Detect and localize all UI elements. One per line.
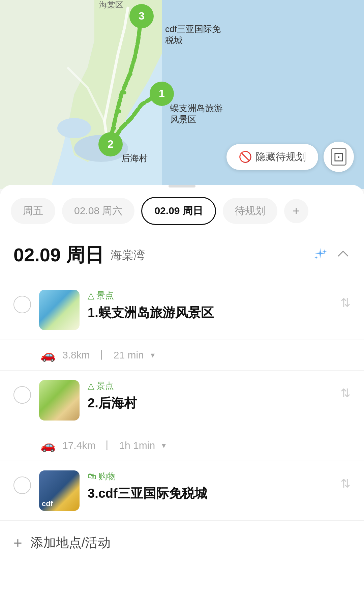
item-2-name: 2.后海村: [88, 395, 332, 412]
shop-icon: 🛍: [88, 471, 96, 482]
svg-text:海棠区: 海棠区: [99, 0, 123, 9]
svg-text:后海村: 后海村: [121, 153, 148, 163]
item-3-category: 🛍 购物: [88, 470, 332, 482]
svg-text:税城: 税城: [165, 35, 183, 45]
hide-plan-button[interactable]: 🚫 隐藏待规划: [226, 144, 318, 170]
item-2-content: △ 景点 2.后海村: [88, 380, 332, 412]
svg-text:1: 1: [159, 87, 165, 99]
scenic-icon-2: △: [88, 381, 94, 391]
item-3-checkbox[interactable]: [13, 476, 31, 494]
route-duration-2: 1h 1min: [119, 440, 155, 451]
map-container: 3 cdf三亚国际免 税城 1 蜈支洲岛旅游 风景区 2 后海村 海棠区 🚫 隐…: [0, 0, 364, 189]
svg-point-3: [57, 118, 91, 138]
svg-text:3: 3: [139, 10, 145, 22]
item-3-drag[interactable]: ⇅: [340, 476, 351, 491]
itinerary-item-3: 🛍 购物 3.cdf三亚国际免税城 ⇅: [0, 461, 364, 521]
svg-point-7: [129, 73, 132, 76]
route-duration-1: 21 min: [114, 349, 144, 361]
svg-text:蜈支洲岛旅游: 蜈支洲岛旅游: [170, 103, 223, 113]
route-distance-1: 3.8km: [62, 349, 90, 361]
tab-sun[interactable]: 02.09 周日: [141, 197, 216, 225]
item-1-checkbox[interactable]: [13, 296, 31, 313]
item-3-name: 3.cdf三亚国际免税城: [88, 485, 332, 502]
item-1-content: △ 景点 1.蜈支洲岛旅游风景区: [88, 290, 332, 321]
item-2-drag[interactable]: ⇅: [340, 386, 351, 400]
scan-icon: ⊡: [331, 148, 346, 166]
date-text: 02.09 周日: [13, 242, 104, 268]
svg-point-5: [136, 35, 140, 39]
scan-button[interactable]: ⊡: [324, 142, 354, 172]
item-1-name: 1.蜈支洲岛旅游风景区: [88, 304, 332, 321]
route-1-expand[interactable]: ▾: [151, 350, 155, 360]
drag-handle[interactable]: [169, 185, 195, 187]
itinerary-item-2: △ 景点 2.后海村 ⇅: [0, 371, 364, 430]
svg-text:cdf三亚国际免: cdf三亚国际免: [165, 24, 221, 34]
route-2-3: 🚗 17.4km 丨 1h 1min ▾: [0, 430, 364, 461]
date-header: 02.09 周日 海棠湾: [0, 236, 364, 280]
car-icon-1: 🚗: [40, 348, 56, 362]
collapse-button[interactable]: [336, 247, 351, 264]
tabs-container: 周五 02.08 周六 02.09 周日 待规划 +: [0, 197, 364, 236]
heart-slash-icon: 🚫: [239, 150, 252, 163]
bottom-panel: 周五 02.08 周六 02.09 周日 待规划 + 02.09 周日 海棠湾: [0, 185, 364, 607]
svg-point-9: [118, 110, 121, 113]
hide-plan-label: 隐藏待规划: [255, 150, 306, 164]
add-location-button[interactable]: + 添加地点/活动: [0, 521, 364, 565]
svg-point-10: [113, 126, 116, 130]
svg-text:2: 2: [108, 138, 114, 150]
add-text: 添加地点/活动: [30, 534, 111, 551]
date-title: 02.09 周日 海棠湾: [13, 242, 145, 268]
item-3-content: 🛍 购物 3.cdf三亚国际免税城: [88, 470, 332, 502]
route-distance-2: 17.4km: [62, 440, 95, 451]
sparkle-button[interactable]: [313, 247, 328, 264]
map-overlay-buttons: 🚫 隐藏待规划 ⊡: [226, 142, 354, 172]
item-3-image: [39, 470, 80, 511]
route-sep-2: 丨: [102, 439, 112, 453]
item-1-drag[interactable]: ⇅: [340, 296, 351, 310]
tab-sat[interactable]: 02.08 周六: [62, 198, 134, 224]
item-2-image: [39, 380, 80, 421]
scenic-icon-1: △: [88, 290, 94, 301]
itinerary-item-1: △ 景点 1.蜈支洲岛旅游风景区 ⇅: [0, 280, 364, 340]
item-1-category: △ 景点: [88, 290, 332, 301]
car-icon-2: 🚗: [40, 438, 56, 453]
item-1-image: [39, 290, 80, 330]
tab-add-button[interactable]: +: [284, 199, 308, 223]
svg-point-8: [123, 91, 126, 94]
location-tag: 海棠湾: [111, 248, 145, 263]
svg-text:风景区: 风景区: [170, 114, 196, 124]
date-actions: [313, 247, 351, 264]
add-icon: +: [13, 534, 22, 551]
route-1-2: 🚗 3.8km 丨 21 min ▾: [0, 340, 364, 371]
tab-pending[interactable]: 待规划: [223, 198, 277, 224]
itinerary-list: △ 景点 1.蜈支洲岛旅游风景区 ⇅ 🚗 3.8km 丨 21 min ▾ △ …: [0, 280, 364, 578]
svg-point-6: [133, 54, 136, 57]
tab-fri[interactable]: 周五: [11, 198, 55, 224]
item-2-checkbox[interactable]: [13, 386, 31, 404]
route-sep-1: 丨: [97, 348, 107, 362]
item-2-category: △ 景点: [88, 380, 332, 392]
route-2-expand[interactable]: ▾: [162, 441, 166, 450]
